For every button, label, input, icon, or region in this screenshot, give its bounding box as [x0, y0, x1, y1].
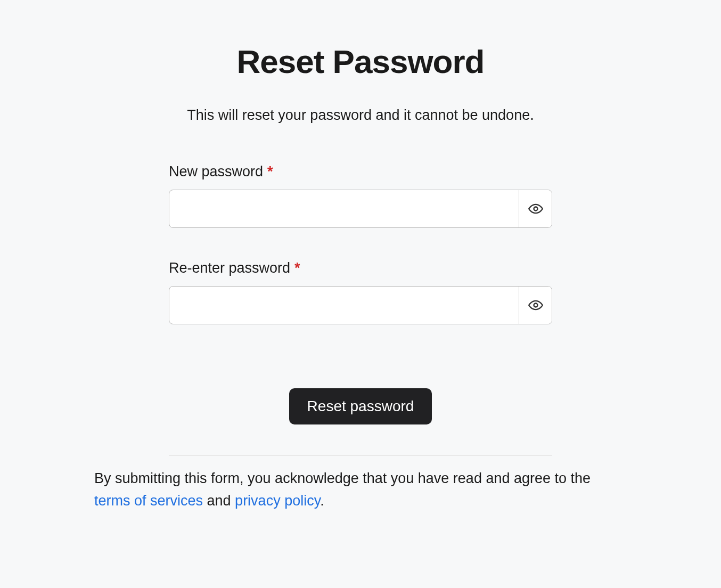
privacy-policy-link[interactable]: privacy policy: [235, 493, 320, 509]
reenter-password-input[interactable]: [169, 287, 519, 324]
required-indicator: *: [267, 165, 273, 179]
footer-suffix: .: [320, 493, 324, 509]
terms-of-service-link[interactable]: terms of services: [94, 493, 203, 509]
new-password-field: New password *: [169, 164, 552, 228]
svg-point-1: [534, 304, 537, 307]
new-password-input-wrap: [169, 190, 552, 228]
reenter-password-field: Re-enter password *: [169, 260, 552, 324]
svg-point-0: [534, 207, 537, 211]
toggle-new-password-visibility[interactable]: [519, 190, 552, 227]
required-indicator: *: [294, 261, 300, 275]
eye-icon: [528, 298, 543, 313]
reset-password-button[interactable]: Reset password: [289, 388, 432, 424]
footer-and: and: [203, 493, 235, 509]
page-subtitle: This will reset your password and it can…: [169, 107, 552, 124]
reset-password-form: Reset Password This will reset your pass…: [169, 43, 552, 512]
eye-icon: [528, 201, 543, 216]
reenter-password-label: Re-enter password: [169, 260, 290, 276]
footer-prefix: By submitting this form, you acknowledge…: [94, 470, 591, 486]
reenter-password-input-wrap: [169, 286, 552, 324]
page-title: Reset Password: [169, 43, 552, 80]
divider: [169, 455, 552, 456]
new-password-label: New password: [169, 164, 263, 180]
terms-acknowledgment: By submitting this form, you acknowledge…: [94, 468, 627, 512]
new-password-input[interactable]: [169, 190, 519, 227]
toggle-reenter-password-visibility[interactable]: [519, 287, 552, 324]
